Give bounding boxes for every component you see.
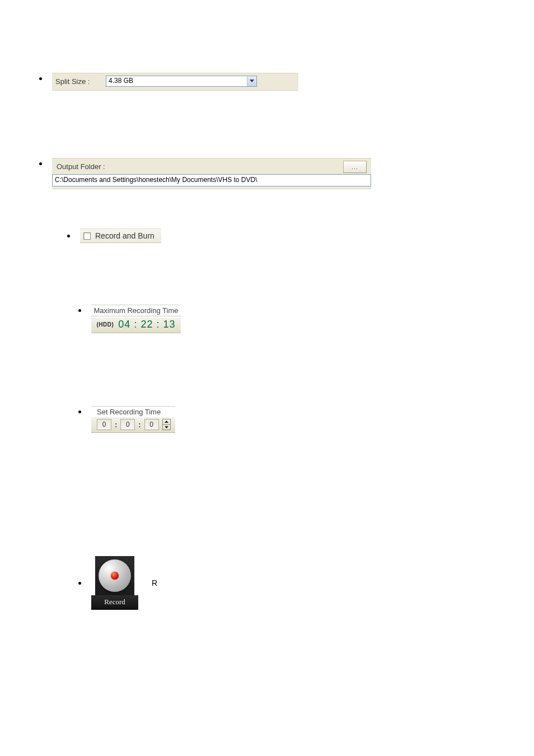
max-time-hours: 04 [118, 319, 130, 330]
record-button-row: Record R [78, 556, 534, 610]
maximum-recording-time-box: Maximum Recording Time (HDD) 04 : 22 : 1… [91, 305, 181, 333]
record-dot-icon [111, 572, 119, 580]
split-size-value: 4.38 GB [106, 76, 247, 86]
split-size-row: Split Size : 4.38 GB [39, 73, 534, 91]
colon-separator: : [114, 421, 118, 429]
record-button-face [95, 556, 134, 595]
split-size-select[interactable]: 4.38 GB [106, 76, 257, 87]
maximum-recording-time-value: 04 : 22 : 13 [118, 319, 175, 330]
bullet-icon [39, 162, 42, 165]
time-spinner [162, 419, 171, 430]
bullet-icon [39, 77, 42, 80]
record-circle-icon [99, 559, 131, 592]
colon-separator: : [137, 421, 142, 429]
record-and-burn-label: Record and Burn [95, 231, 154, 240]
set-recording-time-row: Set Recording Time 0 : 0 : 0 [78, 406, 534, 433]
svg-marker-2 [165, 426, 168, 428]
output-folder-header: Output Folder : ... [52, 158, 371, 174]
bullet-icon [78, 410, 81, 413]
empty-bullet [0, 0, 534, 11]
max-time-minutes: 22 [140, 319, 153, 330]
empty-bullet [0, 34, 534, 45]
set-recording-time-title: Set Recording Time [91, 406, 175, 417]
maximum-recording-time-row: Maximum Recording Time (HDD) 04 : 22 : 1… [78, 305, 534, 333]
svg-marker-0 [250, 80, 254, 82]
set-recording-time-fields: 0 : 0 : 0 [91, 417, 175, 433]
set-recording-time-box: Set Recording Time 0 : 0 : 0 [91, 406, 175, 433]
dotted-divider [91, 316, 181, 316]
hdd-label: (HDD) [97, 321, 114, 328]
panel-bottom-strip [52, 186, 371, 189]
empty-bullet-list [0, 0, 534, 45]
record-and-burn-row: Record and Burn [67, 228, 534, 243]
output-folder-panel: Output Folder : ... C:\Documents and Set… [52, 158, 371, 189]
output-folder-path-field[interactable]: C:\Documents and Settings\honestech\My D… [52, 174, 371, 186]
output-folder-label: Output Folder : [57, 162, 105, 171]
browse-button-label: ... [352, 164, 358, 170]
record-button-caption: Record [91, 595, 138, 610]
chevron-up-icon [165, 421, 168, 423]
empty-bullet [0, 22, 534, 34]
record-trailing-text: R [152, 578, 157, 587]
record-and-burn-checkbox[interactable] [83, 232, 91, 240]
set-time-minutes[interactable]: 0 [120, 419, 135, 430]
browse-button[interactable]: ... [343, 161, 367, 173]
bullet-icon [78, 309, 81, 312]
max-time-seconds: 13 [163, 319, 175, 330]
empty-bullet [0, 11, 534, 22]
dropdown-arrow-icon[interactable] [247, 76, 256, 86]
record-button[interactable]: Record [91, 556, 138, 610]
chevron-down-icon [165, 426, 168, 428]
output-folder-row: Output Folder : ... C:\Documents and Set… [39, 158, 534, 189]
split-size-panel: Split Size : 4.38 GB [52, 73, 298, 91]
split-size-label: Split Size : [55, 77, 106, 86]
bullet-icon [78, 582, 81, 585]
set-time-seconds[interactable]: 0 [144, 419, 159, 430]
maximum-recording-time-value-row: (HDD) 04 : 22 : 13 [91, 318, 181, 333]
set-time-hours[interactable]: 0 [97, 419, 111, 430]
bullet-icon [67, 235, 70, 237]
record-and-burn-box: Record and Burn [80, 228, 161, 243]
svg-marker-1 [165, 421, 168, 423]
maximum-recording-time-title: Maximum Recording Time [91, 305, 181, 315]
spinner-down-button[interactable] [162, 424, 171, 431]
